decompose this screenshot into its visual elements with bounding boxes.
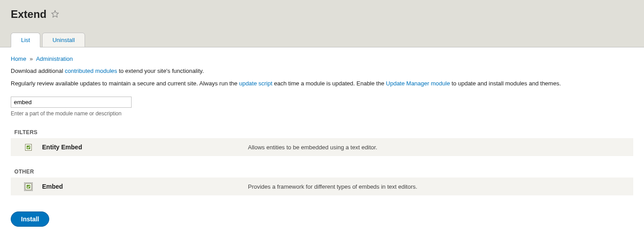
help-text-2-mid: each time a module is updated. Enable th… — [273, 80, 386, 87]
update-script-link[interactable]: update script — [239, 80, 272, 87]
help-text-2-post: to update and install modules and themes… — [450, 80, 561, 87]
help-text-1-pre: Download additional — [11, 68, 65, 74]
section-label: OTHER — [11, 169, 633, 175]
module-row: EmbedProvides a framework for different … — [11, 178, 633, 195]
module-description: Provides a framework for different types… — [248, 183, 630, 190]
module-filter-description: Enter a part of the module name or descr… — [11, 110, 633, 117]
module-checkbox[interactable] — [25, 144, 32, 151]
breadcrumb-home[interactable]: Home — [11, 55, 26, 62]
install-button[interactable]: Install — [11, 211, 49, 227]
update-manager-link[interactable]: Update Manager module — [386, 80, 450, 87]
svg-rect-1 — [26, 145, 30, 149]
section-label: FILTERS — [11, 129, 633, 135]
tab-list[interactable]: List — [11, 33, 40, 47]
module-description: Allows entities to be embedded using a t… — [248, 144, 630, 151]
breadcrumb-admin[interactable]: Administration — [36, 55, 73, 62]
breadcrumb: Home » Administration — [11, 55, 633, 62]
page-title: Extend — [11, 8, 47, 21]
module-row: Entity EmbedAllows entities to be embedd… — [11, 138, 633, 156]
module-name[interactable]: Entity Embed — [42, 144, 248, 151]
svg-rect-2 — [26, 185, 30, 188]
help-text-2-pre: Regularly review available updates to ma… — [11, 80, 239, 87]
primary-tabs: List Uninstall — [11, 33, 633, 47]
help-text-1-post: to extend your site's functionality. — [117, 68, 204, 74]
help-text-1: Download additional contributed modules … — [11, 67, 633, 76]
help-text-2: Regularly review available updates to ma… — [11, 79, 633, 88]
module-checkbox[interactable] — [25, 183, 32, 190]
breadcrumb-separator: » — [30, 55, 33, 62]
module-filter-input[interactable] — [11, 97, 132, 108]
contributed-modules-link[interactable]: contributed modules — [65, 68, 117, 74]
favorite-star-icon[interactable] — [51, 10, 59, 19]
svg-marker-0 — [52, 10, 59, 17]
tab-uninstall[interactable]: Uninstall — [42, 33, 85, 47]
module-checkbox-cell — [14, 144, 42, 151]
module-name[interactable]: Embed — [42, 183, 248, 190]
module-checkbox-cell — [14, 183, 42, 190]
